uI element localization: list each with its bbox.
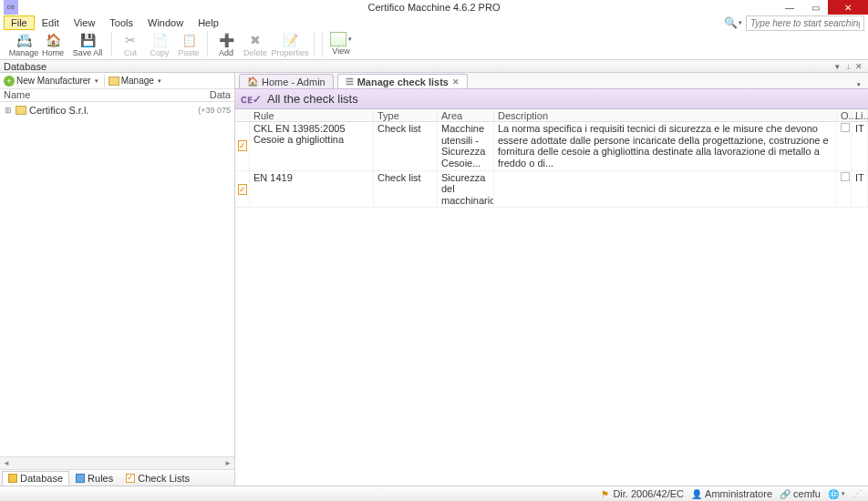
menu-view[interactable]: View — [67, 15, 103, 30]
list-icon: ☰ — [346, 77, 354, 87]
menu-edit[interactable]: Edit — [35, 15, 67, 30]
properties-icon: 📝 — [281, 32, 299, 48]
tab-manage-checklists[interactable]: ☰ Manage check lists ✕ — [337, 74, 468, 88]
ribbon-save-all[interactable]: 💾Save All — [67, 31, 108, 57]
page-title: All the check lists — [267, 92, 358, 106]
document-tabs: 🏠 Home - Admin ☰ Manage check lists ✕ ▾ — [235, 73, 868, 89]
tab-home[interactable]: 🏠 Home - Admin — [239, 74, 334, 88]
database-pane-title: Database — [4, 61, 46, 72]
link-icon: 🔗 — [780, 488, 790, 499]
row-checkbox[interactable]: ✓ — [238, 184, 247, 195]
app-icon: ce — [4, 0, 18, 15]
home-icon: 🏠 — [44, 32, 62, 48]
user-icon: 👤 — [691, 488, 702, 499]
menu-tools[interactable]: Tools — [102, 15, 140, 30]
tree-item-label: Certifico S.r.l. — [29, 105, 88, 116]
col-area[interactable]: Area — [438, 109, 494, 121]
row-checkbox[interactable]: ✓ — [238, 140, 247, 151]
cl-icon — [126, 474, 135, 483]
sidebar-tab-rules[interactable]: Rules — [69, 471, 119, 486]
col-name[interactable]: Name — [4, 89, 194, 101]
menu-file[interactable]: File — [4, 15, 35, 30]
col-data[interactable]: Data — [194, 89, 231, 101]
tabs-dropdown-icon[interactable]: ▾ — [853, 81, 864, 88]
ribbon-label: Save All — [73, 48, 103, 57]
cell-area: Macchine utensili - Sicurezza Cesoie... — [438, 122, 494, 170]
ribbon-cut: ✂Cut — [116, 31, 145, 57]
ribbon-delete: ✖Delete — [241, 31, 270, 57]
ribbon-label: Paste — [178, 48, 199, 57]
pane-pin-icon[interactable]: ⟂ — [842, 62, 853, 71]
globe-icon: 🌐 — [828, 488, 839, 499]
cell-rule: EN 1419 — [250, 171, 374, 208]
status-bar: ⚑ Dir. 2006/42/EC 👤 Amministratore 🔗 cem… — [0, 486, 868, 501]
minimize-button[interactable]: — — [777, 0, 802, 15]
menu-help[interactable]: Help — [191, 15, 226, 30]
manage-icon: 📇 — [15, 32, 33, 48]
close-button[interactable]: ✕ — [828, 0, 868, 15]
grid-body[interactable]: ✓CKL EN 13985:2005 Cesoie a ghigliottina… — [235, 122, 868, 486]
cell-type: Check list — [374, 122, 438, 170]
menu-window[interactable]: Window — [140, 15, 191, 30]
col-rule[interactable]: Rule — [250, 109, 374, 121]
manage-dropdown-icon[interactable]: ▾ — [156, 77, 163, 85]
add-icon: ➕ — [217, 32, 235, 48]
new-manufacturer-dropdown-icon[interactable]: ▾ — [93, 77, 100, 85]
db-icon — [8, 474, 17, 483]
cell-o[interactable] — [837, 171, 852, 208]
ribbon-label: Copy — [150, 48, 169, 57]
sidebar-columns: Name Data — [0, 89, 234, 102]
checklist-icon: ᴄᴇ✓ — [241, 93, 262, 106]
search-input[interactable] — [746, 15, 864, 31]
expand-icon[interactable]: ⊞ — [4, 106, 13, 115]
sidebar-tab-label: Check Lists — [138, 473, 190, 484]
database-pane-header: Database ▾ ⟂ ✕ — [0, 60, 868, 73]
cell-description — [494, 171, 837, 208]
col-description[interactable]: Description — [494, 109, 837, 121]
status-directive[interactable]: ⚑ Dir. 2006/42/EC — [599, 488, 684, 499]
copy-icon: 📄 — [150, 32, 169, 48]
ribbon-home[interactable]: 🏠Home — [38, 31, 67, 57]
col-type[interactable]: Type — [374, 109, 438, 121]
menu-bar: File Edit View Tools Window Help 🔍 ▾ — [0, 15, 868, 31]
cell-o[interactable] — [837, 122, 852, 170]
globe-dropdown-icon[interactable]: ▾ — [842, 490, 845, 497]
status-server-label: cemfu — [793, 488, 821, 499]
table-row[interactable]: ✓CKL EN 13985:2005 Cesoie a ghigliottina… — [235, 122, 868, 171]
new-manufacturer-button[interactable]: New Manufacturer — [16, 76, 91, 86]
col-li[interactable]: Li... — [852, 109, 868, 121]
add-icon[interactable]: + — [4, 76, 15, 87]
maximize-button[interactable]: ▭ — [802, 0, 828, 15]
tree-row[interactable]: ⊞ Certifico S.r.l. (+39 075 — [0, 104, 234, 117]
ribbon-label: Properties — [271, 48, 308, 57]
sidebar-tab-label: Rules — [88, 473, 113, 484]
sidebar-tab-check-lists[interactable]: Check Lists — [119, 471, 196, 486]
folder-icon — [16, 106, 26, 115]
tree-view[interactable]: ⊞ Certifico S.r.l. (+39 075 — [0, 102, 234, 456]
ribbon-properties: 📝Properties — [270, 31, 310, 57]
sidebar-tab-database[interactable]: Database — [2, 471, 69, 486]
resize-grip-icon[interactable]: ⋰ — [852, 488, 863, 500]
ribbon-view[interactable]: ▾ View — [326, 31, 356, 56]
status-globe[interactable]: 🌐 ▾ — [828, 488, 845, 499]
pane-dropdown-icon[interactable]: ▾ — [832, 62, 842, 71]
table-row[interactable]: ✓EN 1419Check listSicurezza del macchina… — [235, 171, 868, 209]
cell-li: IT — [852, 122, 868, 170]
status-user[interactable]: 👤 Amministratore — [691, 488, 772, 499]
manage-button[interactable]: Manage — [121, 76, 154, 86]
pane-close-icon[interactable]: ✕ — [853, 62, 864, 71]
search-dropdown-icon[interactable]: ▾ — [739, 19, 746, 26]
paste-icon: 📋 — [180, 32, 198, 48]
scroll-left-icon[interactable]: ◄ — [0, 459, 13, 467]
status-server[interactable]: 🔗 cemfu — [780, 488, 821, 499]
tab-close-icon[interactable]: ✕ — [452, 77, 460, 87]
ribbon-add[interactable]: ➕Add — [212, 31, 241, 57]
search-icon[interactable]: 🔍 — [722, 16, 739, 29]
page-header: ᴄᴇ✓ All the check lists — [235, 89, 868, 109]
sidebar-hscroll[interactable]: ◄ ► — [0, 456, 234, 469]
sidebar-tab-label: Database — [20, 473, 63, 484]
scroll-right-icon[interactable]: ► — [222, 459, 234, 467]
ribbon-paste: 📋Paste — [174, 31, 203, 57]
ribbon-manage[interactable]: 📇Manage — [9, 31, 38, 57]
col-o[interactable]: O... — [837, 109, 852, 121]
